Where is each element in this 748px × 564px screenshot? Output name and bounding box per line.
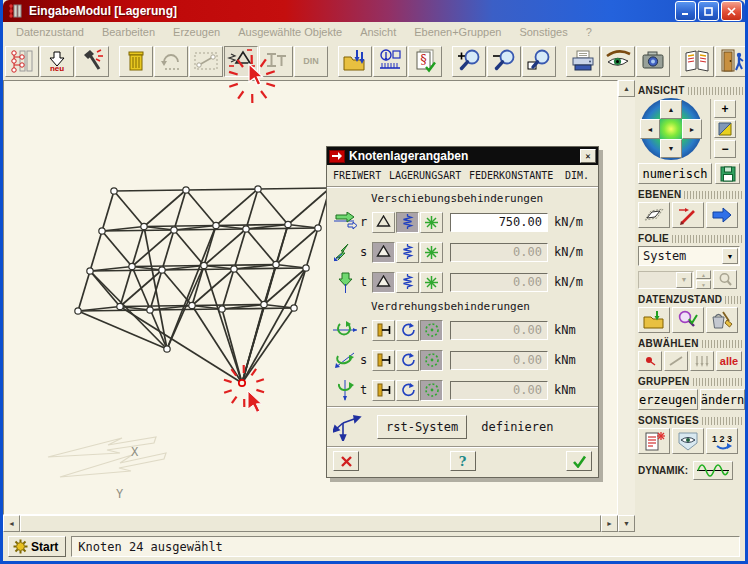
load-folder-icon	[342, 48, 368, 74]
zoom-out-button[interactable]	[487, 46, 521, 77]
rot-r-fixed-button[interactable]	[372, 320, 395, 341]
rotate-up-button[interactable]: ▲	[660, 100, 682, 119]
folie-dropdown-arrow[interactable]: ▼	[722, 248, 738, 264]
rst-system-button[interactable]: rst-System	[377, 415, 467, 439]
plane-edit-button[interactable]	[672, 202, 704, 228]
start-button[interactable]: Start	[8, 536, 66, 557]
rot-t-axis-icon	[332, 379, 358, 401]
data-import-button[interactable]	[638, 307, 670, 333]
support-icon	[227, 48, 255, 74]
cancel-button[interactable]	[333, 451, 359, 471]
scroll-right-button[interactable]: ►	[601, 515, 618, 532]
delete-button[interactable]	[119, 46, 153, 77]
close-button[interactable]	[721, 1, 742, 21]
norms-button[interactable]: §	[408, 46, 442, 77]
shift-r-value-field[interactable]: 750.00	[450, 213, 548, 232]
support-tool-button[interactable]	[224, 46, 258, 77]
modify-hammer-button[interactable]	[75, 46, 109, 77]
free-star-icon	[424, 245, 439, 260]
scroll-up-button[interactable]: ▲	[618, 80, 635, 97]
dialog-close-button[interactable]: ✕	[580, 149, 596, 163]
rot-s-free-button[interactable]	[420, 350, 443, 371]
protocol-button[interactable]	[638, 428, 670, 454]
visibility-button[interactable]	[672, 428, 704, 454]
dialog-footer: rst-System definieren	[327, 409, 598, 445]
din-label: DIN	[303, 56, 319, 66]
shift-r-free-button[interactable]	[420, 212, 443, 233]
view-eye-button[interactable]	[601, 46, 635, 77]
handbook-button[interactable]	[680, 46, 714, 77]
shift-t-free-button[interactable]	[420, 272, 443, 293]
datenzustand-label: DATENZUSTAND	[638, 294, 722, 305]
din-button: DIN	[294, 46, 328, 77]
data-check-button[interactable]	[672, 307, 704, 333]
rot-t-fixed-button[interactable]	[372, 380, 395, 401]
rot-s-spring-button[interactable]	[396, 350, 419, 371]
red-pen-icon	[677, 205, 699, 225]
minimize-button[interactable]	[675, 1, 696, 21]
rot-s-unit: kNm	[548, 353, 590, 367]
numerisch-button[interactable]: numerisch	[638, 163, 712, 184]
menu-help: ?	[577, 24, 601, 40]
shift-t-spring-button[interactable]	[396, 272, 419, 293]
shift-r-fixed-button[interactable]	[372, 212, 395, 233]
dialog-buttons: ?	[327, 449, 598, 477]
minimize-icon	[681, 7, 690, 16]
snapshot-button[interactable]	[636, 46, 670, 77]
contrast-button[interactable]	[714, 120, 736, 138]
dialog-title-bar[interactable]: Knotenlagerangaben ✕	[327, 147, 598, 165]
scroll-down-button[interactable]: ▼	[618, 515, 635, 532]
dynamik-button[interactable]	[693, 461, 733, 480]
floppy-icon	[720, 166, 736, 182]
rot-r-spring-button[interactable]	[396, 320, 419, 341]
rotate-right-button[interactable]: ►	[682, 119, 702, 139]
rot-t-free-button[interactable]	[420, 380, 443, 401]
save-view-button[interactable]	[715, 163, 740, 184]
load-folder-button[interactable]	[338, 46, 372, 77]
rot-s-fixed-button[interactable]	[372, 350, 395, 371]
folie-search-button	[713, 270, 737, 289]
zoom-window-button[interactable]	[522, 46, 556, 77]
shift-t-fixed-button[interactable]	[372, 272, 395, 293]
exit-button[interactable]	[715, 46, 748, 77]
gruppe-aendern-button[interactable]: ändern	[700, 389, 745, 410]
model-tree-button[interactable]	[5, 46, 39, 77]
help-button[interactable]: ?	[450, 451, 476, 471]
zoom-minus-button[interactable]: −	[714, 140, 736, 158]
plane-select-button[interactable]	[638, 202, 670, 228]
horizontal-scroll-thumb[interactable]	[20, 515, 601, 532]
shift-s-free-button[interactable]	[420, 242, 443, 263]
zoom-in-button[interactable]	[452, 46, 486, 77]
renumber-button[interactable]: 1 2 3	[706, 428, 738, 454]
folie-combobox[interactable]: System ▼	[638, 246, 740, 266]
distributed-load-icon	[377, 48, 403, 74]
deselect-nodes-button[interactable]	[638, 351, 662, 371]
eye-icon	[604, 48, 632, 74]
vertical-scrollbar[interactable]: ▲ ▼	[618, 80, 635, 532]
rot-t-label: t	[360, 383, 372, 397]
shift-s-fixed-button[interactable]	[372, 242, 395, 263]
distributed-load-button[interactable]	[373, 46, 407, 77]
status-message: Knoten 24 ausgewählt	[71, 536, 740, 557]
rot-r-free-button[interactable]	[420, 320, 443, 341]
rot-row-t: t 0.00 kNm	[327, 375, 598, 405]
rot-t-spring-button[interactable]	[396, 380, 419, 401]
scroll-left-button[interactable]: ◄	[3, 515, 20, 532]
deselect-all-button[interactable]: alle	[716, 351, 742, 371]
ok-button[interactable]	[566, 451, 592, 471]
rot-r-axis-icon	[332, 320, 358, 340]
rotate-down-button[interactable]: ▼	[660, 139, 682, 158]
plane-next-button[interactable]	[706, 202, 738, 228]
maximize-button[interactable]	[698, 1, 719, 21]
shift-s-spring-button[interactable]	[396, 242, 419, 263]
shift-r-spring-button[interactable]	[396, 212, 419, 233]
print-button[interactable]	[566, 46, 600, 77]
zoom-plus-button[interactable]: +	[714, 100, 736, 118]
paragraph-icon: §	[412, 48, 438, 74]
horizontal-scrollbar[interactable]: ◄ ►	[3, 515, 618, 532]
gruppe-erzeugen-button[interactable]: erzeugen	[638, 389, 698, 410]
data-cleanup-button[interactable]	[706, 307, 738, 333]
rotate-left-button[interactable]: ◄	[640, 119, 660, 139]
main-area: X Y ◄ ► ▲ ▼ ANSICHT ▲ ▼ ◄ ►	[3, 80, 745, 532]
new-button[interactable]: neu	[40, 46, 74, 77]
